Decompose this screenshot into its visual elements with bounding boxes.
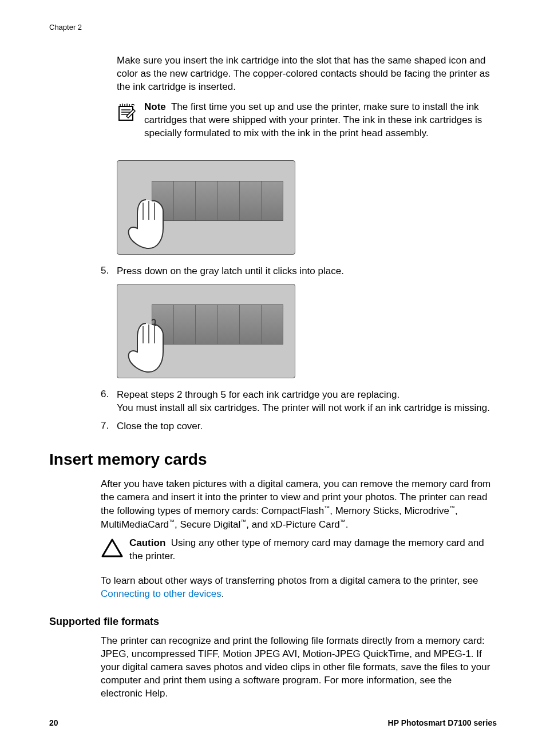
caution-icon <box>101 537 129 561</box>
caution-callout: Caution Using any other type of memory c… <box>101 537 491 563</box>
step-text: Repeat steps 2 through 5 for each ink ca… <box>117 389 491 415</box>
subheading-supported-file-formats: Supported file formats <box>49 616 497 628</box>
svg-marker-5 <box>102 540 122 556</box>
step-5: 5. Press down on the gray latch until it… <box>101 265 491 278</box>
figure-latch <box>117 284 497 378</box>
note-label: Note <box>144 101 166 112</box>
series-name: HP Photosmart D7100 series <box>388 718 497 727</box>
figure-insert-cartridge <box>117 160 497 255</box>
step-7: 7. Close the top cover. <box>101 420 491 433</box>
note-text: Note The first time you set up and use t… <box>144 101 491 140</box>
step-number: 5. <box>101 265 117 278</box>
page-number: 20 <box>49 718 58 727</box>
learn-paragraph: To learn about other ways of transferrin… <box>101 575 491 601</box>
intro-paragraph: Make sure you insert the ink cartridge i… <box>117 54 491 94</box>
note-callout: Note The first time you set up and use t… <box>117 101 491 140</box>
supported-formats-paragraph: The printer can recognize and print the … <box>101 635 491 700</box>
page-footer: 20 HP Photosmart D7100 series <box>49 718 497 727</box>
note-body: The first time you set up and use the pr… <box>144 101 482 138</box>
caution-body: Using any other type of memory card may … <box>129 537 484 561</box>
step-6: 6. Repeat steps 2 through 5 for each ink… <box>101 389 491 415</box>
note-icon <box>117 101 144 125</box>
caution-label: Caution <box>129 537 165 548</box>
step-text: Close the top cover. <box>117 420 491 433</box>
step-text: Press down on the gray latch until it cl… <box>117 265 491 278</box>
step-number: 6. <box>101 389 117 415</box>
step-number: 7. <box>101 420 117 433</box>
caution-text: Caution Using any other type of memory c… <box>129 537 491 563</box>
memory-cards-paragraph: After you have taken pictures with a dig… <box>101 478 491 531</box>
section-heading-insert-memory-cards: Insert memory cards <box>49 450 497 469</box>
chapter-header: Chapter 2 <box>49 23 497 31</box>
link-connecting-other-devices[interactable]: Connecting to other devices <box>101 588 221 599</box>
